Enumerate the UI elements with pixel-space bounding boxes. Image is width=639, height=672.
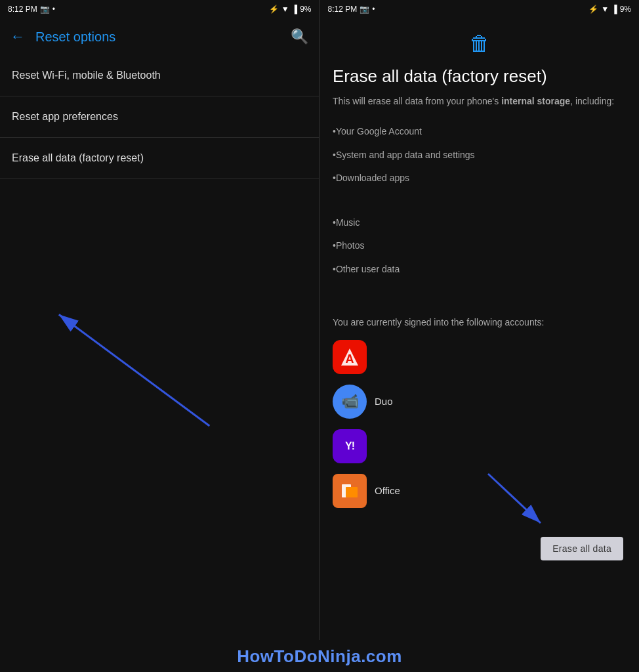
- status-bar-right: 8:12 PM 📷 • ⚡ ▼ ▐ 9%: [320, 0, 640, 18]
- office-icon: [333, 474, 367, 508]
- menu-item-wifi[interactable]: Reset Wi-Fi, mobile & Bluetooth: [0, 55, 319, 96]
- status-bar: 8:12 PM 📷 • ⚡ ▼ ▐ 9% 8:12 PM 📷 • ⚡ ▼ ▐ 9…: [0, 0, 639, 18]
- left-battery: 9%: [300, 5, 311, 14]
- account-row-duo: 📹 Duo: [333, 385, 626, 419]
- left-camera-icon: 📷: [40, 5, 50, 14]
- menu-item-factory-reset[interactable]: Erase all data (factory reset): [0, 138, 319, 179]
- toolbar: ← Reset options 🔍: [0, 18, 319, 55]
- toolbar-title: Reset options: [35, 30, 280, 45]
- erase-title: Erase all data (factory reset): [333, 66, 626, 87]
- office-label: Office: [375, 485, 400, 496]
- list-item-google: •Your Google Account: [333, 120, 626, 144]
- accounts-text: You are currently signed into the follow…: [333, 316, 626, 329]
- account-row-office: Office: [333, 474, 626, 508]
- erase-list: •Your Google Account •System and app dat…: [333, 120, 626, 190]
- list-item-music: •Music: [333, 211, 626, 235]
- erase-list-media: •Music •Photos •Other user data: [333, 211, 626, 282]
- svg-rect-7: [346, 487, 358, 497]
- right-time: 8:12 PM: [328, 5, 358, 14]
- search-icon[interactable]: 🔍: [291, 28, 308, 45]
- svg-text:A: A: [346, 352, 354, 366]
- list-item-userdata: •Other user data: [333, 258, 626, 282]
- duo-icon: 📹: [333, 385, 367, 419]
- list-item-photos: •Photos: [333, 234, 626, 258]
- desc-text: This will erase all data from your phone…: [333, 96, 501, 106]
- duo-label: Duo: [375, 396, 393, 407]
- bottom-bar: Erase all data: [333, 532, 626, 566]
- right-bluetooth-icon: ⚡: [588, 5, 598, 14]
- account-row-adobe: A: [333, 340, 626, 374]
- left-panel: ← Reset options 🔍 Reset Wi-Fi, mobile & …: [0, 18, 320, 640]
- list-item-apps: •Downloaded apps: [333, 167, 626, 190]
- back-button[interactable]: ←: [10, 28, 25, 45]
- trash-icon: 🗑: [469, 32, 490, 56]
- right-wifi-icon: ▼: [601, 5, 609, 14]
- right-signal-icon: ▐: [611, 5, 617, 14]
- left-annotation: [0, 179, 319, 640]
- yahoo-icon: Y!: [333, 429, 367, 463]
- erase-all-data-button[interactable]: Erase all data: [541, 537, 623, 560]
- left-dot: •: [52, 5, 55, 14]
- left-bluetooth-icon: ⚡: [269, 5, 279, 14]
- left-wifi-icon: ▼: [281, 5, 289, 14]
- erase-description: This will erase all data from your phone…: [333, 94, 626, 108]
- adobe-icon: A: [333, 340, 367, 374]
- left-time: 8:12 PM: [8, 5, 37, 14]
- right-camera-icon: 📷: [360, 5, 369, 14]
- right-battery: 9%: [620, 5, 631, 14]
- main-content: ← Reset options 🔍 Reset Wi-Fi, mobile & …: [0, 18, 639, 640]
- watermark: HowToDoNinja.com: [0, 640, 639, 672]
- left-signal-icon: ▐: [292, 5, 298, 14]
- desc-bold: internal storage: [501, 96, 570, 106]
- right-panel: 🗑 Erase all data (factory reset) This wi…: [320, 18, 639, 640]
- menu-item-app-prefs[interactable]: Reset app preferences: [0, 96, 319, 138]
- right-dot: •: [372, 5, 375, 14]
- account-row-yahoo: Y!: [333, 429, 626, 463]
- trash-icon-container: 🗑: [333, 32, 626, 56]
- desc-suffix: , including:: [570, 96, 614, 106]
- list-item-system: •System and app data and settings: [333, 144, 626, 167]
- watermark-text: HowToDoNinja.com: [237, 646, 402, 666]
- svg-line-1: [59, 314, 210, 426]
- status-bar-left: 8:12 PM 📷 • ⚡ ▼ ▐ 9%: [0, 0, 320, 18]
